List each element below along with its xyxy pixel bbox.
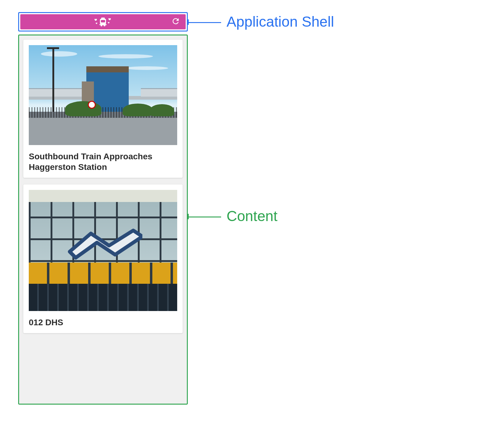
content-card[interactable]: Southbound Train Approaches Haggerston S… bbox=[23, 40, 183, 178]
card-image bbox=[29, 190, 177, 311]
shell-annotation-label: Application Shell bbox=[227, 13, 334, 30]
svg-rect-5 bbox=[99, 24, 107, 25]
content-connector bbox=[188, 217, 221, 217]
card-title: 012 DHS bbox=[29, 317, 177, 328]
refresh-icon bbox=[171, 17, 180, 26]
station-logo-icon bbox=[64, 223, 142, 263]
train-hearts-icon bbox=[92, 16, 114, 27]
app-shell bbox=[18, 12, 188, 31]
phone-mock: Southbound Train Approaches Haggerston S… bbox=[18, 12, 188, 405]
content-annotation-label: Content bbox=[227, 208, 277, 224]
content-area: Southbound Train Approaches Haggerston S… bbox=[18, 35, 188, 405]
svg-rect-2 bbox=[101, 20, 105, 22]
app-logo bbox=[92, 16, 114, 27]
svg-rect-1 bbox=[101, 18, 105, 19]
card-title: Southbound Train Approaches Haggerston S… bbox=[29, 151, 177, 172]
card-image bbox=[29, 45, 177, 145]
shell-connector bbox=[188, 22, 221, 23]
header-bar bbox=[20, 14, 186, 29]
refresh-button[interactable] bbox=[171, 17, 180, 27]
content-card[interactable]: 012 DHS bbox=[23, 184, 183, 333]
